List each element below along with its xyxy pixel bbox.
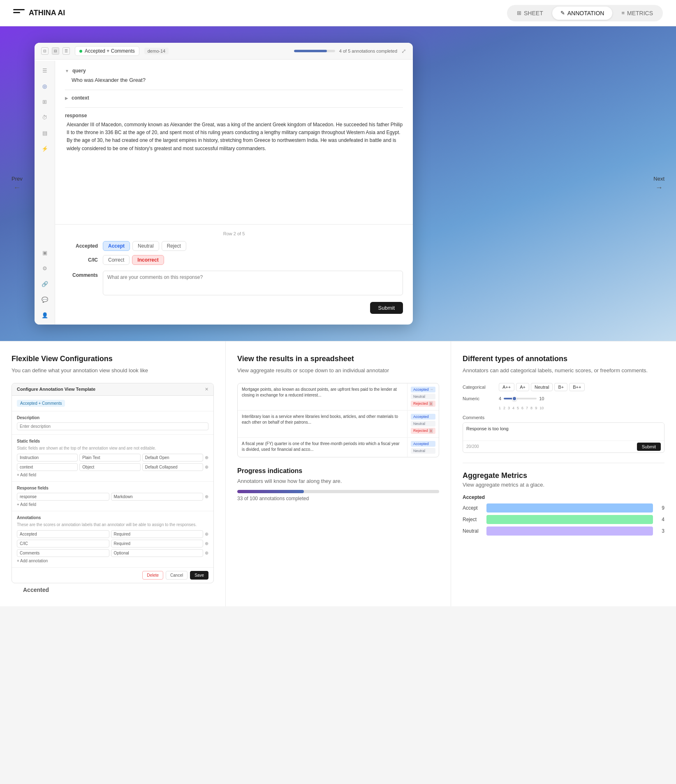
- sp-badge-rejected-1: Rejected 3: [411, 401, 435, 407]
- accepted-buttons: Accept Neutral Reject: [103, 241, 186, 251]
- annotation-label-select-1[interactable]: Accepted: [17, 530, 109, 538]
- annotation-icon: ✎: [560, 10, 565, 16]
- next-button[interactable]: Next →: [653, 176, 664, 192]
- response-type-select[interactable]: Markdown: [111, 493, 204, 501]
- panel-content: ▼ query Who was Alexander the Great? ▶ c…: [55, 60, 413, 224]
- expand-icon[interactable]: ⤢: [401, 48, 406, 54]
- config-tab-section: Accepted + Comments: [12, 396, 213, 411]
- incorrect-button[interactable]: Incorrect: [132, 255, 164, 265]
- annotation-types-title: Different types of annotations: [463, 355, 664, 363]
- sidebar-icon-table[interactable]: ▤: [40, 128, 49, 137]
- prev-button[interactable]: Prev ←: [12, 176, 23, 192]
- progress-bar-outer: [237, 490, 439, 493]
- annotation-label-select-3[interactable]: Comments: [17, 549, 109, 557]
- config-cancel-btn[interactable]: Cancel: [166, 571, 188, 580]
- sp-badge-rejected-2: Rejected 3: [411, 428, 435, 434]
- metrics-icon: ≡: [621, 10, 625, 16]
- config-desc-input[interactable]: [17, 422, 208, 430]
- annotation-icon-1[interactable]: ⊕: [205, 531, 208, 537]
- tab-metrics[interactable]: ≡ METRICS: [613, 7, 661, 20]
- annotation-icon-3[interactable]: ⊕: [205, 550, 208, 556]
- comments-submit-btn[interactable]: Submit: [637, 443, 661, 451]
- sidebar-icon-menu[interactable]: ☰: [40, 66, 49, 75]
- field-name-select-1[interactable]: Instruction: [17, 454, 78, 462]
- cat-btn-ap[interactable]: A+: [516, 383, 529, 391]
- progress-text: 4 of 5 annotations completed: [339, 49, 397, 53]
- tab-sheet[interactable]: ⊞ SHEET: [509, 7, 551, 20]
- add-response-field-button[interactable]: + Add field: [17, 502, 208, 507]
- logo-text: ATHINA AI: [29, 9, 65, 17]
- sidebar-icon-settings[interactable]: ⚙: [40, 264, 49, 273]
- spreadsheet-view-card: View the results in a spreadsheet View a…: [225, 341, 451, 606]
- logo-icon: [13, 9, 25, 17]
- submit-button[interactable]: Submit: [370, 302, 403, 314]
- panel-tab-accepted[interactable]: Accepted + Comments: [75, 46, 139, 56]
- comments-field-container: Response is too long 20/200 Submit: [463, 422, 664, 453]
- field-default-select-1[interactable]: Default Open: [142, 454, 203, 462]
- numeric-slider[interactable]: [504, 398, 537, 399]
- comments-input[interactable]: [103, 271, 403, 295]
- top-navigation: ATHINA AI ⊞ SHEET ✎ ANNOTATION ≡ METRICS: [0, 0, 676, 26]
- aggregate-title: Aggregate Metrics: [463, 471, 664, 480]
- accept-button[interactable]: Accept: [103, 241, 130, 251]
- annotation-row-accepted: Accepted Required ⊕: [17, 530, 208, 538]
- config-static-section: Static fields Static fields are shown at…: [12, 435, 213, 482]
- correct-button[interactable]: Correct: [103, 255, 130, 265]
- field-type-select-2[interactable]: Object: [79, 463, 140, 471]
- view-icon-table[interactable]: ⊟: [52, 47, 59, 55]
- cat-btn-bp[interactable]: B+: [554, 383, 567, 391]
- cat-btn-neutral[interactable]: Neutral: [531, 383, 553, 391]
- config-field-icon-1[interactable]: ⊕: [205, 455, 208, 460]
- sp-badges-2: Accepted Neutral Rejected 3: [407, 411, 439, 437]
- cat-btn-app[interactable]: A++: [499, 383, 514, 391]
- sheet-icon: ⊞: [517, 10, 521, 16]
- add-field-button[interactable]: + Add field: [17, 473, 208, 477]
- config-delete-btn[interactable]: Delete: [142, 571, 163, 580]
- config-response-icon[interactable]: ⊕: [205, 494, 208, 499]
- neutral-button[interactable]: Neutral: [132, 241, 159, 251]
- sidebar-icon-user[interactable]: 👤: [40, 311, 49, 320]
- nav-tab-group: ⊞ SHEET ✎ ANNOTATION ≡ METRICS: [507, 5, 663, 21]
- field-default-select-2[interactable]: Default Collapsed: [142, 463, 203, 471]
- reject-button[interactable]: Reject: [162, 241, 186, 251]
- query-label: query: [72, 68, 86, 74]
- add-annotation-button[interactable]: + Add annotation: [17, 559, 208, 563]
- config-field-context: context Object Default Collapsed ⊕: [17, 463, 208, 471]
- tab-dot: [79, 50, 82, 53]
- annotation-required-select-2[interactable]: Required: [111, 540, 204, 547]
- sidebar-icon-clock[interactable]: ⏱: [40, 113, 49, 122]
- sidebar-icon-lightning[interactable]: ⚡: [40, 144, 49, 153]
- response-field-select[interactable]: response: [17, 493, 109, 501]
- agg-category-label: Accepted: [463, 494, 664, 500]
- config-field-icon-2[interactable]: ⊕: [205, 464, 208, 470]
- annotation-icon-2[interactable]: ⊕: [205, 541, 208, 546]
- annotation-label-select-2[interactable]: C/IC: [17, 540, 109, 547]
- sp-row-3: A fiscal year (FY) quarter is one of the…: [238, 438, 439, 457]
- sp-text-1: Mortgage points, also known as discount …: [238, 383, 407, 410]
- query-header[interactable]: ▼ query: [65, 68, 403, 74]
- view-icon-grid[interactable]: ⊡: [41, 47, 49, 55]
- config-close-icon[interactable]: ✕: [205, 387, 208, 392]
- aggregate-desc: View aggregate metrics at a glace.: [463, 482, 664, 488]
- config-save-btn[interactable]: Save: [190, 571, 208, 580]
- sidebar-icon-image[interactable]: ▣: [40, 248, 49, 257]
- annotation-required-select-1[interactable]: Required: [111, 530, 204, 538]
- agg-bar-reject: Reject 4: [463, 515, 664, 524]
- annotation-required-select-3[interactable]: Optional: [111, 549, 204, 557]
- cat-btn-bpp[interactable]: B++: [569, 383, 585, 391]
- comments-field-row: 20/200 Submit: [463, 441, 664, 452]
- tab-annotation[interactable]: ✎ ANNOTATION: [552, 7, 613, 20]
- field-name-select-2[interactable]: context: [17, 463, 78, 471]
- sidebar-icon-link[interactable]: 🔗: [40, 279, 49, 288]
- sp-badge-neutral-2: Neutral: [411, 421, 435, 427]
- sidebar-icon-chat[interactable]: 💬: [40, 295, 49, 304]
- flexible-view-card: Flexible View Configurations You can def…: [0, 341, 225, 606]
- numeric-min: 4: [499, 396, 501, 401]
- sidebar-icon-grid[interactable]: ⊞: [40, 97, 49, 106]
- field-type-select-1[interactable]: Plain Text: [79, 454, 140, 462]
- sidebar-icon-annotation[interactable]: ◎: [40, 81, 49, 90]
- context-header[interactable]: ▶ context: [65, 95, 403, 101]
- sp-row-1: Mortgage points, also known as discount …: [238, 383, 439, 411]
- view-icon-list[interactable]: ☰: [63, 47, 70, 55]
- comments-ann-textarea[interactable]: Response is too long: [463, 423, 664, 439]
